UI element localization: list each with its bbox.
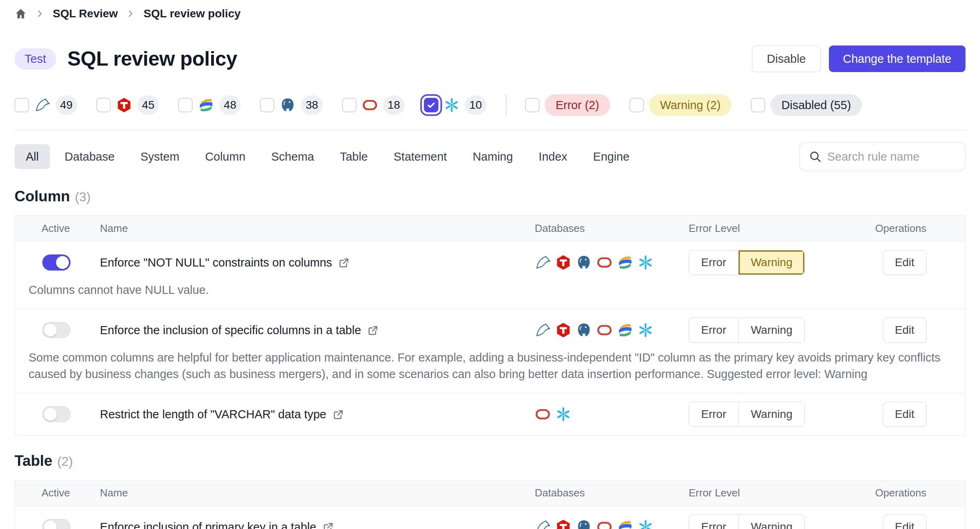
error-level-error-button[interactable]: Error (689, 250, 738, 275)
postgresql-icon (576, 519, 592, 529)
sql-review-policy-page: SQL Review SQL review policy Test SQL re… (0, 0, 980, 529)
engine-filter-postgresql[interactable]: 38 (260, 95, 322, 115)
disable-button[interactable]: Disable (752, 45, 821, 72)
environment-badge: Test (15, 48, 56, 70)
engine-filter-snowflake[interactable]: 10 (424, 95, 486, 115)
edit-button[interactable]: Edit (883, 250, 926, 275)
column-header-active: Active (15, 487, 100, 499)
rules-table-table: Active Name Databases Error Level Operat… (15, 480, 965, 529)
engine-filter-count: 48 (219, 95, 241, 115)
section-heading-column: Column (3) (15, 188, 965, 205)
level-filter-warning[interactable]: Warning (2) (629, 94, 731, 116)
external-link-icon (332, 409, 344, 420)
rule-description: Some common columns are helpful for bett… (15, 349, 942, 393)
error-level-error-button[interactable]: Error (689, 318, 738, 342)
breadcrumb-sql-review[interactable]: SQL Review (53, 7, 118, 20)
column-header-databases: Databases (535, 487, 689, 499)
tab-table[interactable]: Table (328, 144, 379, 169)
engine-filter-checkbox[interactable] (178, 98, 193, 112)
divider (15, 130, 965, 130)
table-header-row: Active Name Databases Error Level Operat… (15, 480, 965, 506)
engine-filter-count: 45 (137, 95, 159, 115)
rule-active-toggle-on[interactable] (42, 254, 71, 271)
error-level-control: Error Warning (689, 402, 805, 427)
level-filter-checkbox[interactable] (751, 98, 765, 112)
mysql-icon (535, 322, 551, 338)
engine-filter-oracle[interactable]: 18 (342, 95, 405, 115)
postgresql-icon (576, 322, 592, 338)
home-icon[interactable] (15, 8, 27, 20)
edit-button[interactable]: Edit (883, 515, 926, 529)
rule-name-link[interactable]: Restrict the length of "VARCHAR" data ty… (100, 408, 326, 421)
tidb-icon (555, 519, 571, 529)
error-level-control: Error Warning (689, 515, 805, 529)
mysql-icon (535, 519, 551, 529)
engine-filter-checkbox[interactable] (342, 98, 357, 112)
rule-name-link[interactable]: Enforce the inclusion of specific column… (100, 324, 361, 337)
section-title: Table (15, 453, 52, 469)
tab-database[interactable]: Database (53, 144, 126, 169)
check-icon (426, 100, 436, 110)
search-input[interactable] (827, 150, 956, 163)
level-filter-checkbox[interactable] (629, 98, 644, 112)
tab-column[interactable]: Column (194, 144, 257, 169)
category-tabs: All Database System Column Schema Table … (15, 142, 965, 171)
snowflake-icon (444, 97, 460, 113)
engine-filter-mysql[interactable]: 49 (15, 95, 77, 115)
rule-active-toggle-off[interactable] (42, 519, 71, 529)
tab-index[interactable]: Index (527, 144, 579, 169)
level-filter-disabled[interactable]: Disabled (55) (751, 94, 862, 116)
error-level-warning-button[interactable]: Warning (738, 402, 804, 426)
tab-system[interactable]: System (129, 144, 191, 169)
page-header: Test SQL review policy Disable Change th… (15, 42, 965, 76)
engine-filter-oceanbase[interactable]: 48 (178, 95, 241, 115)
rule-active-toggle-off[interactable] (42, 406, 71, 422)
engine-filter-checkbox[interactable] (96, 98, 111, 112)
external-link-icon (338, 257, 350, 269)
change-template-button[interactable]: Change the template (829, 45, 965, 72)
breadcrumb-sql-review-policy[interactable]: SQL review policy (143, 7, 241, 20)
column-header-operations: Operations (856, 487, 965, 499)
error-level-warning-button[interactable]: Warning (738, 515, 804, 529)
tab-all[interactable]: All (15, 144, 50, 169)
engine-filter-checkbox-checked[interactable] (424, 98, 438, 112)
column-header-name: Name (100, 222, 535, 235)
tidb-icon (555, 322, 571, 338)
table-header-row: Active Name Databases Error Level Operat… (15, 216, 965, 242)
column-header-active: Active (15, 222, 100, 235)
section-count: (2) (57, 454, 73, 469)
tab-schema[interactable]: Schema (260, 144, 325, 169)
rule-name-link[interactable]: Enforce "NOT NULL" constraints on column… (100, 256, 332, 269)
tidb-icon (555, 254, 571, 271)
error-level-error-button[interactable]: Error (689, 402, 738, 426)
tab-naming[interactable]: Naming (461, 144, 524, 169)
snowflake-icon (555, 406, 571, 422)
rule-active-toggle-off[interactable] (42, 322, 71, 338)
engine-filter-tidb[interactable]: 45 (96, 95, 159, 115)
level-filter-error[interactable]: Error (2) (525, 94, 610, 116)
tab-statement[interactable]: Statement (382, 144, 458, 169)
engine-filter-checkbox[interactable] (260, 98, 274, 112)
column-header-databases: Databases (535, 222, 689, 235)
oracle-icon (596, 519, 612, 529)
error-level-control: Error Warning (689, 318, 805, 343)
tab-engine[interactable]: Engine (582, 144, 641, 169)
edit-button[interactable]: Edit (883, 318, 926, 343)
rule-name-link[interactable]: Enforce inclusion of primary key in a ta… (100, 521, 316, 529)
rule-row: Enforce the inclusion of specific column… (15, 309, 965, 393)
error-level-error-button[interactable]: Error (689, 515, 738, 529)
chevron-right-icon (35, 9, 45, 19)
error-level-warning-button-selected[interactable]: Warning (738, 250, 804, 275)
level-filter-checkbox[interactable] (525, 98, 540, 112)
rule-databases (535, 406, 689, 422)
rule-databases (535, 254, 689, 271)
oracle-icon (535, 406, 551, 422)
column-header-operations: Operations (856, 222, 965, 235)
engine-filter-checkbox[interactable] (15, 98, 29, 112)
error-level-warning-button[interactable]: Warning (738, 318, 804, 342)
section-heading-table: Table (2) (15, 453, 965, 469)
edit-button[interactable]: Edit (883, 402, 926, 427)
column-header-error-level: Error Level (689, 487, 856, 499)
mysql-icon (535, 254, 551, 271)
oracle-icon (362, 97, 378, 113)
